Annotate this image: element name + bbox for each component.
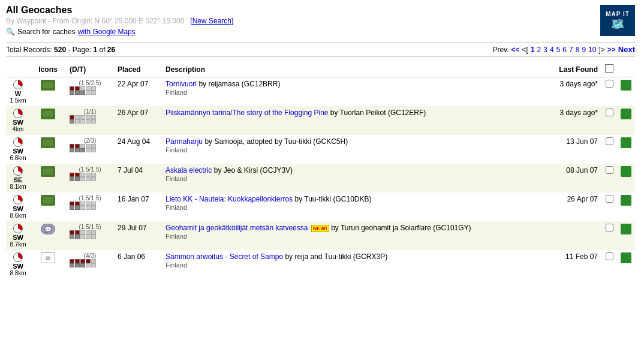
last-found-cell bbox=[541, 221, 601, 250]
description-cell: Askala electric by Jeo & Kirsi (GCJY3V)F… bbox=[162, 164, 541, 192]
check-cell[interactable] bbox=[601, 192, 617, 221]
cache-type-icon: 💬 bbox=[34, 224, 62, 234]
cache-name-link[interactable]: Sammon arwoitus - Secret of Sampo bbox=[165, 252, 283, 261]
compass-icon bbox=[13, 137, 23, 147]
waypoint-value: N 60° 25.000 E 022° 15.000 bbox=[95, 17, 185, 25]
dt-cell: (1.5/2.5) bbox=[66, 77, 114, 107]
cache-author: by Tuu-tikki (GC10DKB) bbox=[294, 195, 371, 203]
send-cell[interactable] bbox=[617, 77, 635, 107]
send-cell[interactable] bbox=[617, 221, 635, 250]
page-link-9[interactable]: 9 bbox=[582, 46, 586, 54]
compass-icon bbox=[13, 166, 23, 176]
check-cell[interactable] bbox=[601, 221, 617, 250]
nav-right-arrow[interactable]: >> bbox=[607, 46, 616, 54]
placed-cell: 22 Apr 07 bbox=[114, 77, 162, 107]
send-icon[interactable] bbox=[621, 80, 631, 91]
cache-author: by Samooja, adopted by Tuu-tikki (GCKC5H… bbox=[204, 137, 348, 146]
col-header-description: Description bbox=[162, 62, 541, 77]
cache-country: Finland bbox=[165, 89, 187, 96]
cache-type-icon bbox=[34, 137, 62, 148]
send-icon[interactable] bbox=[621, 195, 631, 206]
cache-name-link[interactable]: Tornivuori bbox=[165, 80, 197, 88]
table-row: SW 8.8km ✉ (4/3) 6 Jan 06Sammon arwoitus… bbox=[6, 250, 635, 279]
bracket-open: <[ bbox=[522, 46, 528, 54]
direction-text: W bbox=[15, 90, 21, 97]
page-link-6[interactable]: 6 bbox=[562, 46, 567, 54]
select-all-checkbox[interactable] bbox=[605, 64, 613, 73]
new-search-link[interactable]: [New Search] bbox=[190, 17, 233, 25]
description-cell: Piiskamännyn tarina/The story of the Flo… bbox=[162, 106, 541, 135]
cache-country: Finland bbox=[165, 261, 187, 269]
row-checkbox[interactable] bbox=[606, 252, 613, 260]
prev-label: Prev. bbox=[492, 46, 508, 54]
google-maps-label: Search for caches bbox=[17, 28, 76, 36]
nav-left-arrow[interactable]: << bbox=[511, 46, 520, 54]
cache-name-link[interactable]: Askala electric bbox=[165, 166, 212, 175]
cache-country: Finland bbox=[165, 175, 187, 182]
cache-name-link[interactable]: Piiskamännyn tarina/The story of the Flo… bbox=[165, 109, 328, 117]
row-checkbox[interactable] bbox=[606, 166, 613, 174]
direction-cell: SW 4km bbox=[6, 106, 30, 135]
row-checkbox[interactable] bbox=[606, 80, 613, 88]
send-icon[interactable] bbox=[621, 109, 631, 119]
cache-type-icon bbox=[34, 195, 62, 206]
distance-text: 4km bbox=[13, 126, 24, 133]
of-label: of bbox=[100, 46, 106, 54]
col-header-check[interactable] bbox=[601, 62, 617, 77]
distance-text: 8.1km bbox=[10, 183, 26, 190]
send-cell[interactable] bbox=[617, 250, 635, 279]
row-checkbox[interactable] bbox=[606, 195, 613, 203]
results-table: Icons (D/T) Placed Description Last Foun… bbox=[6, 62, 635, 279]
page-title: All Geocaches bbox=[6, 5, 635, 16]
compass-icon bbox=[13, 252, 23, 262]
cache-name-link[interactable]: Parmaharju bbox=[165, 137, 203, 146]
check-cell[interactable] bbox=[601, 250, 617, 279]
send-icon[interactable] bbox=[621, 224, 631, 234]
direction-cell: SW 8.7km bbox=[6, 221, 30, 250]
cache-name-link[interactable]: Lieto KK - Nautela: Kuokkapellonkierros bbox=[165, 195, 293, 203]
send-cell[interactable] bbox=[617, 135, 635, 164]
send-icon[interactable] bbox=[621, 137, 631, 148]
description-cell: Lieto KK - Nautela: Kuokkapellonkierros … bbox=[162, 192, 541, 221]
compass-icon bbox=[13, 195, 23, 204]
send-icon[interactable] bbox=[621, 166, 631, 177]
next-link[interactable]: Next bbox=[618, 45, 635, 54]
row-checkbox[interactable] bbox=[606, 224, 613, 231]
check-cell[interactable] bbox=[601, 77, 617, 107]
last-found-cell: 3 days ago* bbox=[541, 106, 601, 135]
distance-text: 8.8km bbox=[10, 270, 26, 276]
last-found-cell: 3 days ago* bbox=[541, 77, 601, 107]
send-cell[interactable] bbox=[617, 164, 635, 192]
page-link-10[interactable]: 10 bbox=[588, 46, 596, 54]
waypoint-label: By Waypoint - From Origin: bbox=[6, 17, 92, 25]
page-link-4[interactable]: 4 bbox=[550, 46, 554, 54]
page-link-1[interactable]: 1 bbox=[531, 46, 535, 54]
send-icon[interactable] bbox=[621, 252, 631, 263]
send-cell[interactable] bbox=[617, 192, 635, 221]
page-link-5[interactable]: 5 bbox=[556, 46, 561, 54]
page-link-3[interactable]: 3 bbox=[543, 46, 547, 54]
dt-cell: (4/3) bbox=[66, 250, 114, 279]
row-checkbox[interactable] bbox=[606, 109, 613, 116]
row-checkbox[interactable] bbox=[606, 137, 613, 145]
icon-cell: 💬 bbox=[30, 221, 66, 250]
cache-name-link[interactable]: Geohamit ja geokätköilijät metsän katvee… bbox=[165, 224, 308, 232]
page-link-7[interactable]: 7 bbox=[569, 46, 573, 54]
distance-text: 1.5km bbox=[10, 97, 26, 104]
cache-author: by Tuorlan Peikot (GC12ERF) bbox=[330, 109, 426, 117]
check-cell[interactable] bbox=[601, 106, 617, 135]
placed-cell: 7 Jul 04 bbox=[114, 164, 162, 192]
pagination-right: Prev. << <[ 1 2 3 4 5 6 7 8 9 10 ]> >> N… bbox=[492, 45, 635, 54]
google-maps-link[interactable]: with Google Maps bbox=[78, 28, 136, 36]
description-cell: Tornivuori by reijamasa (GC12BRR)Finland bbox=[162, 77, 541, 107]
map-it-button[interactable]: MAP IT 🗺️ bbox=[600, 5, 635, 36]
description-cell: Geohamit ja geokätköilijät metsän katvee… bbox=[162, 221, 541, 250]
page-link-2[interactable]: 2 bbox=[537, 46, 541, 54]
check-cell[interactable] bbox=[601, 164, 617, 192]
direction-cell: SW 8.6km bbox=[6, 192, 30, 221]
cache-country: Finland bbox=[165, 204, 187, 211]
check-cell[interactable] bbox=[601, 135, 617, 164]
cache-country: Finland bbox=[165, 233, 187, 240]
page-link-8[interactable]: 8 bbox=[576, 46, 580, 54]
send-cell[interactable] bbox=[617, 106, 635, 135]
